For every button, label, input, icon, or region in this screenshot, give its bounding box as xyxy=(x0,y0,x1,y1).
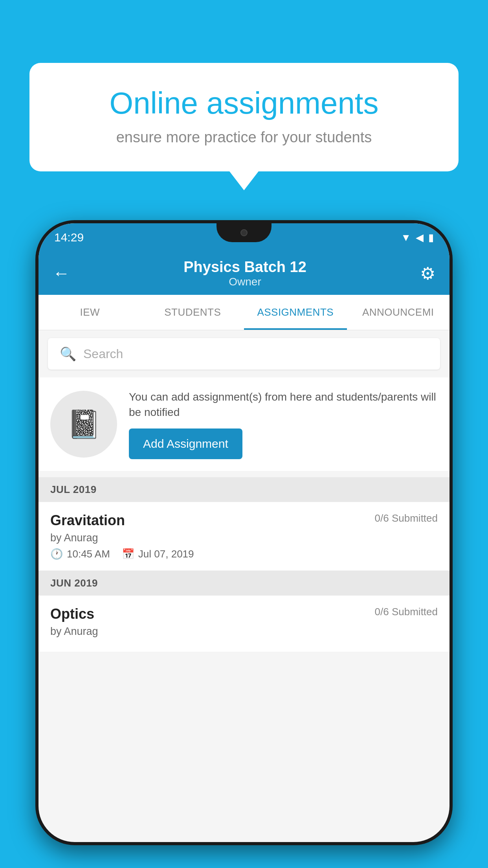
search-icon: 🔍 xyxy=(60,346,76,362)
assignment-by-optics: by Anurag xyxy=(50,625,438,638)
assignment-submitted: 0/6 Submitted xyxy=(375,512,438,524)
meta-time: 🕐 10:45 AM xyxy=(50,548,110,560)
app-bar-subtitle: Owner xyxy=(183,276,306,288)
add-assignment-button[interactable]: Add Assignment xyxy=(129,428,242,459)
section-header-jul: JUL 2019 xyxy=(39,477,449,502)
promo-description: You can add assignment(s) from here and … xyxy=(129,389,438,420)
promo-icon-circle: 📓 xyxy=(50,391,117,458)
clock-icon: 🕐 xyxy=(50,548,63,560)
speech-bubble-container: Online assignments ensure more practice … xyxy=(29,63,459,171)
content-area: 🔍 Search 📓 You can add assignment(s) fro… xyxy=(39,330,449,652)
phone-screen: 14:29 ▼ ◀ ▮ ← Physics Batch 12 Owner ⚙ xyxy=(39,223,449,842)
assignment-title: Gravitation xyxy=(50,512,125,529)
promo-card: 📓 You can add assignment(s) from here an… xyxy=(39,377,449,471)
phone: 14:29 ▼ ◀ ▮ ← Physics Batch 12 Owner ⚙ xyxy=(35,220,453,845)
bubble-title: Online assignments xyxy=(57,86,431,120)
settings-button[interactable]: ⚙ xyxy=(420,263,435,283)
speech-bubble: Online assignments ensure more practice … xyxy=(29,63,459,171)
search-bar[interactable]: 🔍 Search xyxy=(48,338,440,370)
status-icons: ▼ ◀ ▮ xyxy=(401,232,434,244)
app-bar: ← Physics Batch 12 Owner ⚙ xyxy=(39,252,449,295)
tabs-bar: IEW STUDENTS ASSIGNMENTS ANNOUNCEMI xyxy=(39,295,449,330)
tab-assignments[interactable]: ASSIGNMENTS xyxy=(244,295,347,330)
wifi-icon: ▼ xyxy=(401,232,411,244)
calendar-icon: 📅 xyxy=(122,548,134,560)
meta-date: 📅 Jul 07, 2019 xyxy=(122,548,194,560)
tab-announcements[interactable]: ANNOUNCEMI xyxy=(347,295,450,330)
assignment-time: 10:45 AM xyxy=(67,548,110,560)
battery-icon: ▮ xyxy=(428,232,434,244)
assignment-item-optics[interactable]: Optics 0/6 Submitted by Anurag xyxy=(39,596,449,652)
bubble-subtitle: ensure more practice for your students xyxy=(57,129,431,146)
assignment-meta: 🕐 10:45 AM 📅 Jul 07, 2019 xyxy=(50,548,438,560)
app-bar-title: Physics Batch 12 xyxy=(183,259,306,276)
assignment-submitted-optics: 0/6 Submitted xyxy=(375,606,438,618)
app-bar-center: Physics Batch 12 Owner xyxy=(183,259,306,288)
assignment-by: by Anurag xyxy=(50,532,438,544)
back-button[interactable]: ← xyxy=(53,263,70,283)
signal-icon: ◀ xyxy=(416,232,424,244)
assignment-top: Gravitation 0/6 Submitted xyxy=(50,512,438,529)
notch xyxy=(216,223,272,242)
camera-dot xyxy=(240,229,248,236)
tab-students[interactable]: STUDENTS xyxy=(141,295,244,330)
notebook-icon: 📓 xyxy=(67,408,101,440)
search-placeholder: Search xyxy=(83,347,123,361)
tab-iew[interactable]: IEW xyxy=(39,295,141,330)
promo-content: You can add assignment(s) from here and … xyxy=(129,389,438,459)
assignment-date: Jul 07, 2019 xyxy=(138,548,194,560)
status-bar: 14:29 ▼ ◀ ▮ xyxy=(39,223,449,252)
section-header-jun: JUN 2019 xyxy=(39,571,449,596)
assignment-item-gravitation[interactable]: Gravitation 0/6 Submitted by Anurag 🕐 10… xyxy=(39,502,449,571)
status-time: 14:29 xyxy=(54,231,84,244)
assignment-top-optics: Optics 0/6 Submitted xyxy=(50,606,438,622)
assignment-title-optics: Optics xyxy=(50,606,94,622)
phone-container: 14:29 ▼ ◀ ▮ ← Physics Batch 12 Owner ⚙ xyxy=(35,220,453,868)
